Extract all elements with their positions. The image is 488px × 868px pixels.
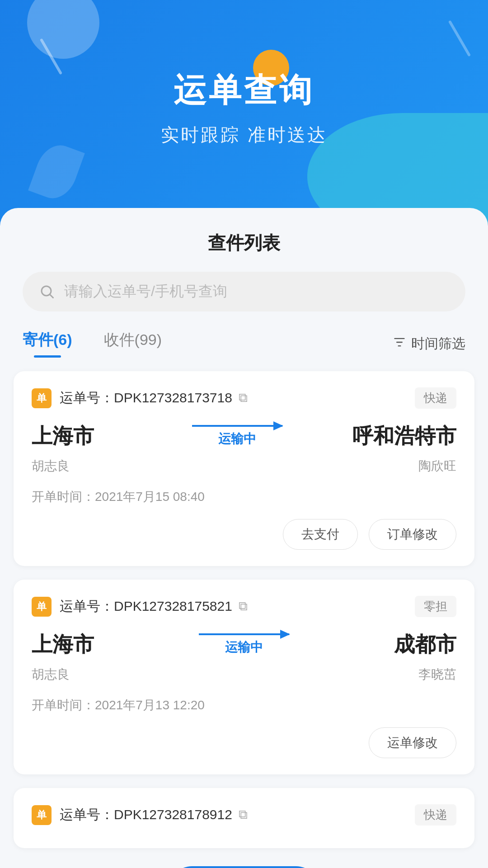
order-type-badge-3: 快递 [415, 804, 456, 826]
order-actions-1: 去支付 订单修改 [32, 519, 456, 550]
order-number-label-3: 运单号：DPK127328178912 [60, 806, 232, 824]
route-status-1: 运输中 [218, 430, 256, 448]
order-route-2: 上海市 运输中 成都市 [32, 631, 456, 659]
order-card-1: 单 运单号：DPK127328173718 ⧉ 快递 上海市 运输中 呼和浩特市… [14, 371, 474, 566]
main-card: 查件列表 请输入运单号/手机号查询 寄件(6) 收件(99) 时间筛选 单 [0, 208, 488, 868]
arrow-line-2 [199, 633, 289, 635]
route-status-2: 运输中 [225, 639, 263, 656]
to-name-1: 陶欣旺 [418, 458, 456, 475]
order-time-1: 开单时间：2021年7月15 08:40 [32, 488, 456, 505]
order-icon-3: 单 [32, 805, 52, 825]
order-number-label-2: 运单号：DPK127328175821 [60, 597, 232, 616]
tabs-row: 寄件(6) 收件(99) 时间筛选 [0, 330, 488, 358]
order-route-1: 上海市 运输中 呼和浩特市 [32, 422, 456, 450]
order-header-2: 单 运单号：DPK127328175821 ⧉ 零担 [32, 596, 456, 617]
hero-section: 运单查询 实时跟踪 准时送达 [0, 0, 488, 235]
from-name-2: 胡志良 [32, 666, 70, 683]
from-city-1: 上海市 [32, 422, 122, 450]
hero-subtitle: 实时跟踪 准时送达 [0, 123, 488, 147]
time-filter[interactable]: 时间筛选 [393, 335, 465, 353]
card-title: 查件列表 [0, 208, 488, 272]
filter-icon [393, 336, 406, 352]
route-names-2: 胡志良 李晓茁 [32, 666, 456, 683]
order-time-2: 开单时间：2021年7月13 12:20 [32, 697, 456, 714]
order-card-2: 单 运单号：DPK127328175821 ⧉ 零担 上海市 运输中 成都市 胡… [14, 580, 474, 774]
arrow-line-1 [192, 425, 282, 427]
order-type-badge-2: 零担 [415, 596, 456, 617]
from-name-1: 胡志良 [32, 458, 70, 475]
search-icon [39, 283, 55, 300]
arrow-track-2 [199, 633, 289, 635]
action-btn-modify-2[interactable]: 运单修改 [369, 727, 456, 758]
order-actions-2: 运单修改 [32, 727, 456, 758]
hero-leaf-decoration [28, 139, 85, 204]
svg-line-1 [50, 295, 53, 298]
tab-received[interactable]: 收件(99) [104, 330, 162, 358]
order-header-3: 单 运单号：DPK127328178912 ⧉ 快递 [32, 804, 456, 826]
exit-button[interactable]: ExIt [169, 866, 318, 868]
from-city-2: 上海市 [32, 631, 122, 659]
copy-icon-1[interactable]: ⧉ [239, 391, 248, 406]
order-icon-1: 单 [32, 388, 52, 408]
hero-title: 运单查询 [0, 72, 488, 108]
copy-icon-2[interactable]: ⧉ [239, 599, 248, 614]
to-city-2: 成都市 [366, 631, 456, 659]
order-card-3: 单 运单号：DPK127328178912 ⧉ 快递 [14, 788, 474, 848]
arrow-track-1 [192, 425, 282, 427]
route-arrow-1: 运输中 [192, 425, 282, 448]
action-btn-pay-1[interactable]: 去支付 [283, 519, 358, 550]
hero-content: 运单查询 实时跟踪 准时送达 [0, 0, 488, 147]
tab-sent[interactable]: 寄件(6) [23, 330, 72, 358]
search-bar[interactable]: 请输入运单号/手机号查询 [23, 272, 465, 311]
to-name-2: 李晓茁 [418, 666, 456, 683]
order-icon-2: 单 [32, 597, 52, 617]
to-city-1: 呼和浩特市 [352, 422, 456, 450]
order-number-label-1: 运单号：DPK127328173718 [60, 389, 232, 407]
route-names-1: 胡志良 陶欣旺 [32, 458, 456, 475]
search-placeholder: 请输入运单号/手机号查询 [64, 282, 227, 302]
action-btn-modify-1[interactable]: 订单修改 [369, 519, 456, 550]
order-header-1: 单 运单号：DPK127328173718 ⧉ 快递 [32, 387, 456, 409]
order-type-badge-1: 快递 [415, 387, 456, 409]
filter-label: 时间筛选 [411, 335, 465, 353]
copy-icon-3[interactable]: ⧉ [239, 807, 248, 822]
route-arrow-2: 运输中 [199, 633, 289, 656]
